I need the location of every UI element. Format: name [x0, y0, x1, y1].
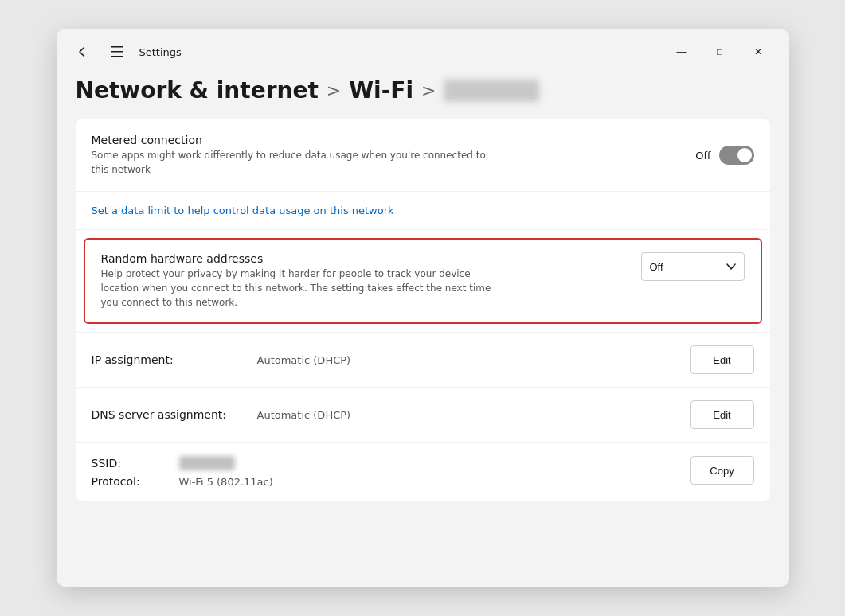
random-hw-dropdown[interactable]: Off [641, 252, 745, 281]
chevron-down-icon [726, 263, 736, 270]
breadcrumb-item-1[interactable]: Network & internet [76, 77, 319, 103]
content-area: Metered connection Some apps might work … [57, 119, 789, 587]
svg-rect-0 [111, 46, 123, 48]
ssid-line: SSID: [92, 456, 273, 470]
metered-connection-desc: Some apps might work differently to redu… [92, 148, 490, 177]
back-button[interactable] [69, 39, 95, 64]
metered-connection-title: Metered connection [92, 134, 680, 146]
ssid-protocol-section: SSID: Protocol: Wi-Fi 5 (802.11ac) Copy [76, 443, 770, 501]
ip-assignment-label: IP assignment: [92, 353, 251, 366]
metered-connection-info: Metered connection Some apps might work … [92, 134, 680, 177]
dns-assignment-value: Automatic (DHCP) [257, 409, 351, 421]
random-hardware-row: Random hardware addresses Help protect y… [84, 238, 762, 324]
data-limit-link[interactable]: Set a data limit to help control data us… [76, 192, 770, 230]
titlebar-left: Settings [69, 39, 182, 64]
settings-card: Metered connection Some apps might work … [76, 119, 770, 501]
metered-toggle[interactable] [719, 146, 754, 165]
random-hw-control: Off [641, 252, 745, 281]
ssid-protocol-labels: SSID: Protocol: Wi-Fi 5 (802.11ac) [92, 456, 273, 488]
ip-assignment-label-value: IP assignment: Automatic (DHCP) [92, 353, 690, 366]
metered-connection-control: Off [695, 146, 753, 165]
dns-assignment-label-value: DNS server assignment: Automatic (DHCP) [92, 408, 690, 421]
protocol-line: Protocol: Wi-Fi 5 (802.11ac) [92, 475, 273, 488]
titlebar: Settings — □ ✕ [57, 29, 789, 71]
svg-rect-2 [111, 56, 123, 57]
settings-window: Settings — □ ✕ Network & internet > Wi-F… [57, 29, 789, 587]
random-hw-title: Random hardware addresses [101, 252, 625, 265]
svg-rect-1 [111, 51, 123, 53]
dns-assignment-edit-button[interactable]: Edit [690, 400, 754, 429]
close-button[interactable]: ✕ [740, 39, 777, 64]
metered-toggle-label: Off [695, 150, 710, 162]
metered-connection-row: Metered connection Some apps might work … [76, 119, 770, 192]
breadcrumb-sep-1: > [327, 80, 341, 100]
breadcrumb-sep-2: > [421, 80, 436, 100]
protocol-label: Protocol: [92, 475, 179, 488]
ssid-copy-button[interactable]: Copy [690, 456, 754, 485]
random-hw-dropdown-value: Off [650, 261, 663, 273]
breadcrumb-item-2[interactable]: Wi-Fi [349, 77, 413, 103]
window-controls: — □ ✕ [663, 39, 777, 64]
hamburger-menu-button[interactable] [104, 39, 130, 64]
protocol-value: Wi-Fi 5 (802.11ac) [179, 476, 273, 488]
ip-assignment-edit-button[interactable]: Edit [690, 345, 754, 374]
ssid-value-blurred [179, 456, 235, 470]
random-hw-info: Random hardware addresses Help protect y… [101, 252, 625, 310]
ip-assignment-value: Automatic (DHCP) [257, 354, 351, 366]
window-title: Settings [139, 46, 182, 58]
maximize-button[interactable]: □ [702, 39, 738, 64]
breadcrumb-item-3-blurred [444, 80, 539, 102]
toggle-knob [737, 148, 752, 162]
dns-assignment-label: DNS server assignment: [92, 408, 251, 421]
random-hw-desc: Help protect your privacy by making it h… [101, 267, 499, 310]
ip-assignment-row: IP assignment: Automatic (DHCP) Edit [76, 333, 770, 388]
minimize-button[interactable]: — [663, 39, 700, 64]
ssid-label: SSID: [92, 457, 179, 470]
breadcrumb: Network & internet > Wi-Fi > [57, 71, 789, 119]
dns-assignment-row: DNS server assignment: Automatic (DHCP) … [76, 388, 770, 443]
